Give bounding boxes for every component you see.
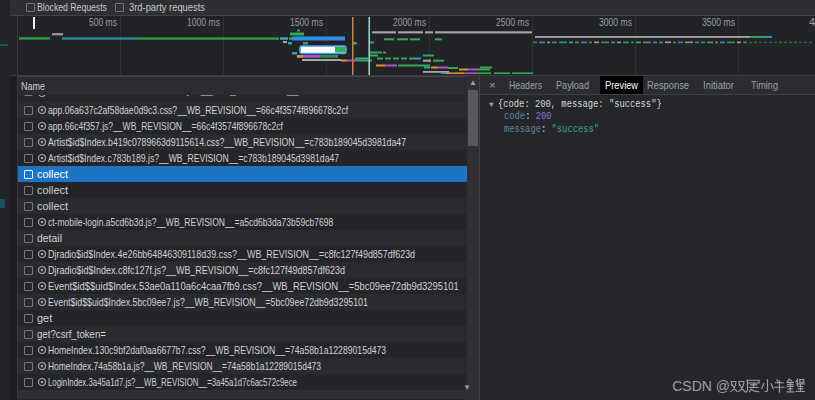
- svg-text:1000 ms: 1000 ms: [187, 16, 220, 28]
- svg-text:40: 40: [809, 16, 815, 28]
- svg-text:3500 ms: 3500 ms: [702, 16, 735, 28]
- svg-text:500 ms: 500 ms: [89, 16, 117, 28]
- svg-text:2000 ms: 2000 ms: [393, 16, 426, 28]
- svg-text:3000 ms: 3000 ms: [599, 16, 632, 28]
- svg-text:2500 ms: 2500 ms: [496, 16, 529, 28]
- svg-text:1500 ms: 1500 ms: [290, 16, 323, 28]
